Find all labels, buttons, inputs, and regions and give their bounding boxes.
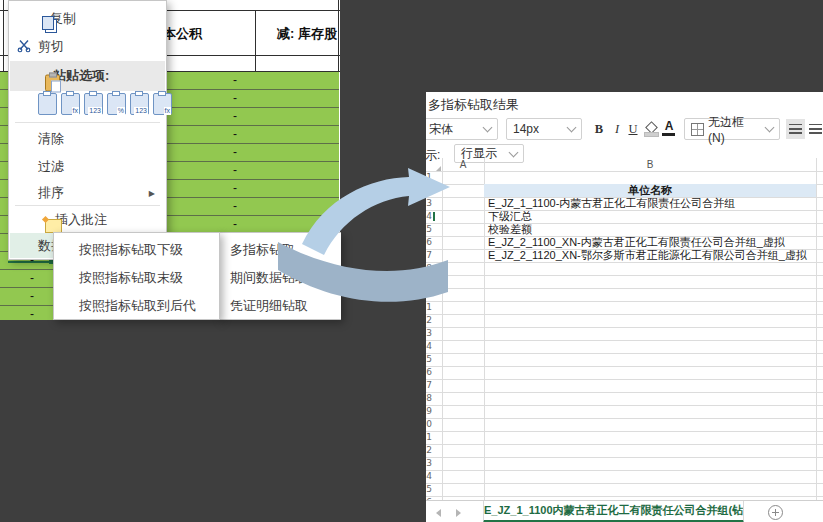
row-number[interactable]: 19 <box>426 405 442 418</box>
tab-scroll-left-icon[interactable] <box>436 509 441 517</box>
grid-cell-b13[interactable] <box>484 327 816 340</box>
grid-cell-b1[interactable] <box>484 171 816 184</box>
row-number[interactable]: 25 <box>426 483 442 496</box>
menu-item-cut[interactable]: 剪切 <box>10 33 165 61</box>
row-number[interactable]: 6 <box>426 236 442 249</box>
grid-cell-b3[interactable]: E_JZ_1_1100-内蒙古君正化工有限责任公司合并组 <box>484 197 816 210</box>
grid-cell-b17[interactable] <box>484 379 816 392</box>
menu-item-sort[interactable]: 排序 ▶ <box>10 181 165 205</box>
submenu-item-drill-children[interactable]: 按照指标钻取下级 <box>55 236 219 264</box>
menu-item-insert-comment[interactable]: 插入批注 <box>10 207 165 233</box>
grid-cell-b6[interactable]: E_JZ_2_1100_XN-内蒙古君正化工有限责任公司合并组_虚拟 <box>484 236 816 249</box>
row-number[interactable]: 22 <box>426 444 442 457</box>
grid-cell-b10[interactable] <box>484 288 816 301</box>
border-style-dropdown[interactable]: 无边框(N) <box>684 118 780 140</box>
paste-formula-icon[interactable]: fx <box>61 93 80 115</box>
menu-item-filter[interactable]: 过滤 <box>10 153 165 181</box>
grid-cell-b22[interactable] <box>484 444 816 457</box>
font-color-icon[interactable]: A <box>662 119 676 133</box>
menu-separator <box>15 205 160 206</box>
comment-note-icon <box>45 219 62 233</box>
grid-cell-b11[interactable] <box>484 301 816 314</box>
menu-item-copy[interactable]: 复制 <box>10 5 165 33</box>
paste-icon[interactable] <box>38 93 57 115</box>
row-number[interactable]: 21 <box>426 431 442 444</box>
border-style-value: 无边框(N) <box>708 114 760 145</box>
scissors-icon <box>17 39 31 56</box>
row-number[interactable]: 14 <box>426 340 442 353</box>
row-number[interactable]: 5 <box>426 223 442 236</box>
grid-cell-b12[interactable] <box>484 314 816 327</box>
submenu-item-drill-descendants[interactable]: 按照指标钻取到后代 <box>55 292 219 320</box>
bg-column-header-capital-reserve: 本公积 <box>163 25 202 43</box>
grid-cell-b16[interactable] <box>484 366 816 379</box>
drill-result-panel: 多指标钻取结果 宋体 14px B I U A 无边框(N) 显示: 行显示 A… <box>426 92 823 522</box>
grid-cell-b4[interactable]: 下级汇总 <box>484 210 816 223</box>
result-grid: A B 12单位名称3E_JZ_1_1100-内蒙古君正化工有限责任公司合并组4… <box>426 158 823 500</box>
grid-cell-b23[interactable] <box>484 457 816 470</box>
column-header-b[interactable]: B <box>484 158 816 171</box>
paste-icon-sublabel: fx <box>72 107 79 115</box>
grid-cell-b18[interactable] <box>484 392 816 405</box>
row-number[interactable]: 12 <box>426 314 442 327</box>
fill-color-icon[interactable] <box>644 122 658 136</box>
grid-line <box>3 0 4 71</box>
grid-cell-b14[interactable] <box>484 340 816 353</box>
tab-scroll-right-icon[interactable] <box>456 509 461 517</box>
grid-cell-b25[interactable] <box>484 483 816 496</box>
paste-values-icon[interactable]: 123 <box>84 93 103 115</box>
column-header-a[interactable]: A <box>442 158 484 171</box>
bold-button[interactable]: B <box>590 118 608 140</box>
row-number[interactable]: 13 <box>426 327 442 340</box>
align-center-button[interactable] <box>806 119 823 139</box>
row-number[interactable]: 18 <box>426 392 442 405</box>
context-menu: 复制 剪切 粘贴选项: fx123%123fx 清除 过滤 排序 ▶ 插入批注 … <box>8 0 167 260</box>
submenu-item-label: 凭证明细钻取 <box>230 297 308 315</box>
submenu-item-period-data-drill[interactable]: 期间数据钻取 <box>220 264 341 292</box>
submenu-item-label: 多指标钻取 <box>230 241 295 259</box>
grid-cell-b8[interactable] <box>484 262 816 275</box>
row-number[interactable]: 10 <box>426 288 442 301</box>
row-number[interactable]: 11 <box>426 301 442 314</box>
paste-format-icon[interactable]: % <box>107 93 126 115</box>
row-number[interactable]: 8 <box>426 262 442 275</box>
row-number[interactable]: 24 <box>426 470 442 483</box>
font-name-dropdown[interactable]: 宋体 <box>426 118 498 140</box>
bg-column-header-treasury-stock: 减: 库存股 <box>277 25 337 43</box>
font-name-value: 宋体 <box>429 121 453 138</box>
row-number[interactable]: 20 <box>426 418 442 431</box>
row-number[interactable]: 7 <box>426 249 442 262</box>
grid-cell-b21[interactable] <box>484 431 816 444</box>
menu-item-label: 剪切 <box>38 38 64 56</box>
row-number[interactable]: 9 <box>426 275 442 288</box>
add-sheet-icon[interactable] <box>768 505 783 520</box>
grid-cell-b5[interactable]: 校验差额 <box>484 223 816 236</box>
grid-cell-b19[interactable] <box>484 405 816 418</box>
underline-button[interactable]: U <box>624 118 642 140</box>
paste-values-number-icon[interactable]: 123 <box>130 93 149 115</box>
grid-cell-b15[interactable] <box>484 353 816 366</box>
menu-item-label: 插入批注 <box>55 211 107 229</box>
active-sheet-tab[interactable]: E_JZ_1_1100内蒙古君正化工有限责任公司合并组(钻取下级) <box>483 501 744 522</box>
submenu-item-drill-leaf[interactable]: 按照指标钻取末级 <box>55 264 219 292</box>
submenu-item-multi-indicator-drill[interactable]: 多指标钻取 <box>220 236 341 264</box>
row-number[interactable]: 17 <box>426 379 442 392</box>
menu-item-clear[interactable]: 清除 <box>10 125 165 153</box>
menu-item-label: 排序 <box>38 184 64 202</box>
font-size-dropdown[interactable]: 14px <box>506 118 582 140</box>
grid-cell-b20[interactable] <box>484 418 816 431</box>
align-left-button[interactable] <box>786 119 805 139</box>
grid-cell-b7[interactable]: E_JZ_2_1120_XN-鄂尔多斯市君正能源化工有限公司合并组_虚拟 <box>484 249 816 262</box>
row-number[interactable]: 16 <box>426 366 442 379</box>
submenu-item-voucher-detail-drill[interactable]: 凭证明细钻取 <box>220 292 341 320</box>
paste-values-formula-icon[interactable]: fx <box>153 93 172 115</box>
row-number[interactable]: 1 <box>426 171 442 184</box>
row-number[interactable]: 3 <box>426 197 442 210</box>
row-number[interactable]: 23 <box>426 457 442 470</box>
row-number[interactable]: 15 <box>426 353 442 366</box>
row-number[interactable]: 2 <box>426 184 442 197</box>
grid-cell-b9[interactable] <box>484 275 816 288</box>
grid-cell-b24[interactable] <box>484 470 816 483</box>
grid-cell-b2[interactable]: 单位名称 <box>484 184 816 197</box>
menu-item-paste-options[interactable]: 粘贴选项: <box>10 61 165 91</box>
